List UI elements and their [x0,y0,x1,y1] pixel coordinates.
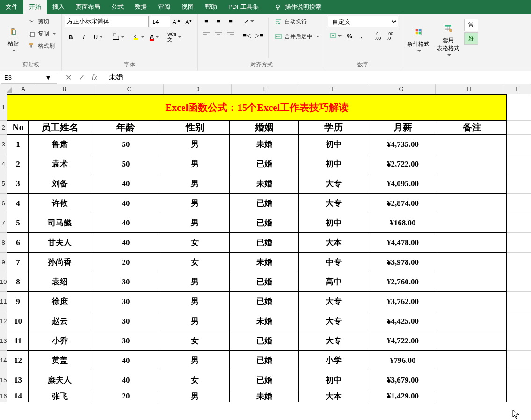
cell[interactable]: 初中 [299,213,368,233]
tab-home[interactable]: 开始 [23,0,47,14]
cell[interactable]: 大专 [299,311,368,331]
cell[interactable]: 13 [7,370,29,390]
cell[interactable]: 男 [160,194,230,213]
cell[interactable]: 婚姻 [230,121,299,135]
format-painter-button[interactable]: 格式刷 [25,40,58,51]
cell[interactable]: 赵云 [29,311,91,331]
cell[interactable]: 员工姓名 [29,121,91,135]
cell[interactable]: No [7,121,29,135]
cell[interactable]: 徐庶 [29,292,91,311]
cell[interactable]: 男 [160,135,230,154]
cell[interactable] [507,121,531,135]
cell[interactable] [507,311,531,331]
cell[interactable] [507,351,531,370]
cell[interactable] [507,174,531,194]
comma-button[interactable]: , [356,31,367,41]
cell[interactable]: 已婚 [230,194,299,213]
cell[interactable]: 40 [91,213,160,233]
cell[interactable]: ¥2,874.00 [368,194,437,213]
cell[interactable]: 年龄 [91,121,160,135]
col-header[interactable]: A [13,84,34,94]
cell[interactable]: 大专 [299,292,368,311]
phonetic-button[interactable]: wén文 [167,31,182,43]
cell[interactable]: 小学 [299,351,368,370]
cell[interactable]: 大本 [299,233,368,253]
cell[interactable] [437,154,507,174]
cell[interactable]: 男 [160,272,230,292]
cell[interactable] [437,390,507,402]
font-color-button[interactable]: A [147,31,162,43]
cell[interactable]: 40 [91,174,160,194]
row-header[interactable]: 5 [0,174,7,194]
cell[interactable]: 11 [7,331,29,351]
cell[interactable] [437,331,507,351]
cell[interactable] [507,253,531,272]
cell[interactable]: 3 [7,174,29,194]
cell[interactable]: 9 [7,292,29,311]
cell[interactable] [507,135,531,154]
cell[interactable]: 女 [160,370,230,390]
merge-center-button[interactable]: 合并后居中 [272,31,322,42]
cell[interactable]: 已婚 [230,272,299,292]
cell[interactable]: 性别 [160,121,230,135]
cell[interactable] [437,233,507,253]
cell[interactable]: 50 [91,154,160,174]
row-header[interactable]: 9 [0,253,7,272]
col-header[interactable]: B [34,84,96,94]
align-top-button[interactable]: ≡ [201,16,212,26]
decrease-font-button[interactable]: A▼ [183,16,195,27]
cell[interactable]: 已婚 [230,154,299,174]
cell[interactable]: 10 [7,311,29,331]
select-all-corner[interactable] [0,84,13,94]
tab-review[interactable]: 审阅 [153,0,176,14]
cell[interactable]: 张飞 [29,390,91,402]
cell[interactable]: 男 [160,351,230,370]
cell[interactable]: 大专 [299,174,368,194]
cell[interactable]: 40 [91,194,160,213]
cell[interactable]: 糜夫人 [29,370,91,390]
cell[interactable]: 未婚 [230,253,299,272]
align-right-button[interactable] [225,30,236,40]
cell[interactable]: 男 [160,213,230,233]
wrap-text-button[interactable]: 自动换行 [272,16,322,27]
align-bottom-button[interactable]: ≡ [225,16,236,26]
cell[interactable]: 女 [160,233,230,253]
cell[interactable]: 男 [160,154,230,174]
cell[interactable]: 14 [7,390,29,402]
tab-view[interactable]: 视图 [176,0,199,14]
cell[interactable]: 已婚 [230,213,299,233]
font-size-combo[interactable] [150,16,170,27]
row-header[interactable]: 7 [0,213,7,233]
cell[interactable]: 学历 [299,121,368,135]
cell[interactable]: 20 [91,253,160,272]
percent-button[interactable]: % [344,31,355,41]
cell[interactable]: 大专 [299,194,368,213]
cell[interactable]: 未婚 [230,174,299,194]
row-header[interactable]: 8 [0,233,7,253]
cell[interactable] [437,351,507,370]
cell[interactable] [437,292,507,311]
col-header[interactable]: G [367,84,435,94]
row-header[interactable]: 6 [0,194,7,213]
sheet-title-cell[interactable]: Excel函数公式：15个Excel工作表技巧解读 [7,94,507,121]
cell[interactable]: 1 [7,135,29,154]
cell[interactable]: ¥4,478.00 [368,233,437,253]
cell[interactable] [507,213,531,233]
cell[interactable]: 30 [91,311,160,331]
name-box[interactable]: ▾ [1,72,57,84]
row-header[interactable]: 12 [0,311,7,331]
row-header[interactable]: 1 [0,94,7,121]
cell[interactable]: 6 [7,233,29,253]
tab-file[interactable]: 文件 [0,0,23,14]
cell[interactable] [437,213,507,233]
cell[interactable]: 20 [91,390,160,402]
cell[interactable]: 已婚 [230,233,299,253]
accounting-format-button[interactable] [328,31,343,41]
cell[interactable] [507,390,531,402]
cell[interactable]: 大本 [299,390,368,402]
cell[interactable]: 月薪 [368,121,437,135]
cell[interactable]: 袁术 [29,154,91,174]
cell[interactable]: 40 [91,370,160,390]
cell[interactable] [507,292,531,311]
fx-button[interactable]: fx [88,72,101,84]
